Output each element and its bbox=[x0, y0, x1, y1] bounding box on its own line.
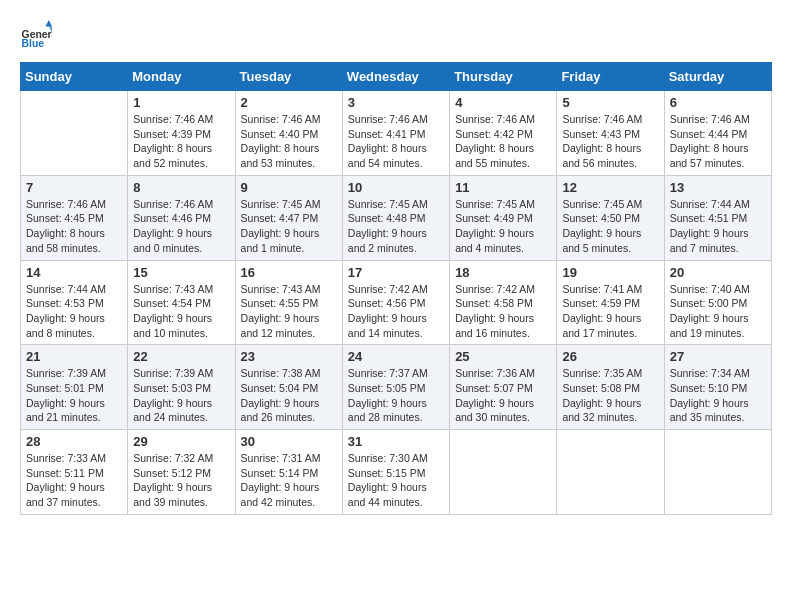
day-number: 10 bbox=[348, 180, 444, 195]
calendar-cell: 18Sunrise: 7:42 AMSunset: 4:58 PMDayligh… bbox=[450, 260, 557, 345]
day-number: 28 bbox=[26, 434, 122, 449]
weekday-header-saturday: Saturday bbox=[664, 63, 771, 91]
calendar-cell: 30Sunrise: 7:31 AMSunset: 5:14 PMDayligh… bbox=[235, 430, 342, 515]
calendar-cell: 23Sunrise: 7:38 AMSunset: 5:04 PMDayligh… bbox=[235, 345, 342, 430]
day-info: Sunrise: 7:46 AMSunset: 4:45 PMDaylight:… bbox=[26, 197, 122, 256]
day-number: 17 bbox=[348, 265, 444, 280]
day-number: 24 bbox=[348, 349, 444, 364]
weekday-header-sunday: Sunday bbox=[21, 63, 128, 91]
day-number: 15 bbox=[133, 265, 229, 280]
calendar-cell: 16Sunrise: 7:43 AMSunset: 4:55 PMDayligh… bbox=[235, 260, 342, 345]
day-number: 31 bbox=[348, 434, 444, 449]
weekday-header-monday: Monday bbox=[128, 63, 235, 91]
weekday-header-row: SundayMondayTuesdayWednesdayThursdayFrid… bbox=[21, 63, 772, 91]
day-number: 8 bbox=[133, 180, 229, 195]
weekday-header-tuesday: Tuesday bbox=[235, 63, 342, 91]
weekday-header-friday: Friday bbox=[557, 63, 664, 91]
day-info: Sunrise: 7:43 AMSunset: 4:54 PMDaylight:… bbox=[133, 282, 229, 341]
day-number: 1 bbox=[133, 95, 229, 110]
day-info: Sunrise: 7:45 AMSunset: 4:49 PMDaylight:… bbox=[455, 197, 551, 256]
day-info: Sunrise: 7:46 AMSunset: 4:43 PMDaylight:… bbox=[562, 112, 658, 171]
calendar-cell: 19Sunrise: 7:41 AMSunset: 4:59 PMDayligh… bbox=[557, 260, 664, 345]
day-info: Sunrise: 7:45 AMSunset: 4:48 PMDaylight:… bbox=[348, 197, 444, 256]
calendar-cell: 25Sunrise: 7:36 AMSunset: 5:07 PMDayligh… bbox=[450, 345, 557, 430]
day-number: 29 bbox=[133, 434, 229, 449]
day-number: 19 bbox=[562, 265, 658, 280]
day-number: 25 bbox=[455, 349, 551, 364]
calendar-cell: 28Sunrise: 7:33 AMSunset: 5:11 PMDayligh… bbox=[21, 430, 128, 515]
day-number: 9 bbox=[241, 180, 337, 195]
day-number: 20 bbox=[670, 265, 766, 280]
day-info: Sunrise: 7:32 AMSunset: 5:12 PMDaylight:… bbox=[133, 451, 229, 510]
day-number: 27 bbox=[670, 349, 766, 364]
calendar-cell: 15Sunrise: 7:43 AMSunset: 4:54 PMDayligh… bbox=[128, 260, 235, 345]
day-number: 30 bbox=[241, 434, 337, 449]
calendar-cell bbox=[21, 91, 128, 176]
calendar-cell: 27Sunrise: 7:34 AMSunset: 5:10 PMDayligh… bbox=[664, 345, 771, 430]
calendar-cell: 31Sunrise: 7:30 AMSunset: 5:15 PMDayligh… bbox=[342, 430, 449, 515]
day-info: Sunrise: 7:31 AMSunset: 5:14 PMDaylight:… bbox=[241, 451, 337, 510]
day-info: Sunrise: 7:46 AMSunset: 4:42 PMDaylight:… bbox=[455, 112, 551, 171]
day-info: Sunrise: 7:40 AMSunset: 5:00 PMDaylight:… bbox=[670, 282, 766, 341]
calendar-cell: 26Sunrise: 7:35 AMSunset: 5:08 PMDayligh… bbox=[557, 345, 664, 430]
day-info: Sunrise: 7:43 AMSunset: 4:55 PMDaylight:… bbox=[241, 282, 337, 341]
calendar-cell: 6Sunrise: 7:46 AMSunset: 4:44 PMDaylight… bbox=[664, 91, 771, 176]
day-info: Sunrise: 7:46 AMSunset: 4:39 PMDaylight:… bbox=[133, 112, 229, 171]
day-info: Sunrise: 7:33 AMSunset: 5:11 PMDaylight:… bbox=[26, 451, 122, 510]
day-number: 21 bbox=[26, 349, 122, 364]
day-info: Sunrise: 7:46 AMSunset: 4:46 PMDaylight:… bbox=[133, 197, 229, 256]
day-number: 2 bbox=[241, 95, 337, 110]
calendar-cell: 7Sunrise: 7:46 AMSunset: 4:45 PMDaylight… bbox=[21, 175, 128, 260]
day-info: Sunrise: 7:46 AMSunset: 4:44 PMDaylight:… bbox=[670, 112, 766, 171]
day-info: Sunrise: 7:42 AMSunset: 4:58 PMDaylight:… bbox=[455, 282, 551, 341]
day-number: 18 bbox=[455, 265, 551, 280]
calendar-cell: 21Sunrise: 7:39 AMSunset: 5:01 PMDayligh… bbox=[21, 345, 128, 430]
day-info: Sunrise: 7:45 AMSunset: 4:50 PMDaylight:… bbox=[562, 197, 658, 256]
day-number: 7 bbox=[26, 180, 122, 195]
day-info: Sunrise: 7:38 AMSunset: 5:04 PMDaylight:… bbox=[241, 366, 337, 425]
day-info: Sunrise: 7:41 AMSunset: 4:59 PMDaylight:… bbox=[562, 282, 658, 341]
calendar-cell: 8Sunrise: 7:46 AMSunset: 4:46 PMDaylight… bbox=[128, 175, 235, 260]
calendar-cell: 14Sunrise: 7:44 AMSunset: 4:53 PMDayligh… bbox=[21, 260, 128, 345]
day-info: Sunrise: 7:30 AMSunset: 5:15 PMDaylight:… bbox=[348, 451, 444, 510]
week-row-5: 28Sunrise: 7:33 AMSunset: 5:11 PMDayligh… bbox=[21, 430, 772, 515]
calendar-cell bbox=[557, 430, 664, 515]
calendar-cell: 20Sunrise: 7:40 AMSunset: 5:00 PMDayligh… bbox=[664, 260, 771, 345]
weekday-header-thursday: Thursday bbox=[450, 63, 557, 91]
day-info: Sunrise: 7:46 AMSunset: 4:41 PMDaylight:… bbox=[348, 112, 444, 171]
week-row-2: 7Sunrise: 7:46 AMSunset: 4:45 PMDaylight… bbox=[21, 175, 772, 260]
day-info: Sunrise: 7:35 AMSunset: 5:08 PMDaylight:… bbox=[562, 366, 658, 425]
week-row-3: 14Sunrise: 7:44 AMSunset: 4:53 PMDayligh… bbox=[21, 260, 772, 345]
day-info: Sunrise: 7:36 AMSunset: 5:07 PMDaylight:… bbox=[455, 366, 551, 425]
calendar-cell: 12Sunrise: 7:45 AMSunset: 4:50 PMDayligh… bbox=[557, 175, 664, 260]
calendar-cell: 17Sunrise: 7:42 AMSunset: 4:56 PMDayligh… bbox=[342, 260, 449, 345]
day-number: 11 bbox=[455, 180, 551, 195]
day-number: 4 bbox=[455, 95, 551, 110]
calendar-cell: 2Sunrise: 7:46 AMSunset: 4:40 PMDaylight… bbox=[235, 91, 342, 176]
calendar-cell: 5Sunrise: 7:46 AMSunset: 4:43 PMDaylight… bbox=[557, 91, 664, 176]
calendar-cell: 22Sunrise: 7:39 AMSunset: 5:03 PMDayligh… bbox=[128, 345, 235, 430]
day-info: Sunrise: 7:44 AMSunset: 4:53 PMDaylight:… bbox=[26, 282, 122, 341]
calendar-cell bbox=[664, 430, 771, 515]
day-number: 16 bbox=[241, 265, 337, 280]
day-number: 23 bbox=[241, 349, 337, 364]
calendar-cell: 3Sunrise: 7:46 AMSunset: 4:41 PMDaylight… bbox=[342, 91, 449, 176]
calendar-cell: 11Sunrise: 7:45 AMSunset: 4:49 PMDayligh… bbox=[450, 175, 557, 260]
day-info: Sunrise: 7:34 AMSunset: 5:10 PMDaylight:… bbox=[670, 366, 766, 425]
day-number: 12 bbox=[562, 180, 658, 195]
day-info: Sunrise: 7:37 AMSunset: 5:05 PMDaylight:… bbox=[348, 366, 444, 425]
week-row-4: 21Sunrise: 7:39 AMSunset: 5:01 PMDayligh… bbox=[21, 345, 772, 430]
svg-marker-2 bbox=[46, 20, 52, 26]
day-number: 6 bbox=[670, 95, 766, 110]
calendar-cell: 10Sunrise: 7:45 AMSunset: 4:48 PMDayligh… bbox=[342, 175, 449, 260]
calendar-cell bbox=[450, 430, 557, 515]
day-number: 14 bbox=[26, 265, 122, 280]
day-info: Sunrise: 7:46 AMSunset: 4:40 PMDaylight:… bbox=[241, 112, 337, 171]
calendar-cell: 1Sunrise: 7:46 AMSunset: 4:39 PMDaylight… bbox=[128, 91, 235, 176]
calendar-cell: 9Sunrise: 7:45 AMSunset: 4:47 PMDaylight… bbox=[235, 175, 342, 260]
day-info: Sunrise: 7:39 AMSunset: 5:01 PMDaylight:… bbox=[26, 366, 122, 425]
calendar-table: SundayMondayTuesdayWednesdayThursdayFrid… bbox=[20, 62, 772, 515]
calendar-cell: 4Sunrise: 7:46 AMSunset: 4:42 PMDaylight… bbox=[450, 91, 557, 176]
weekday-header-wednesday: Wednesday bbox=[342, 63, 449, 91]
day-info: Sunrise: 7:44 AMSunset: 4:51 PMDaylight:… bbox=[670, 197, 766, 256]
